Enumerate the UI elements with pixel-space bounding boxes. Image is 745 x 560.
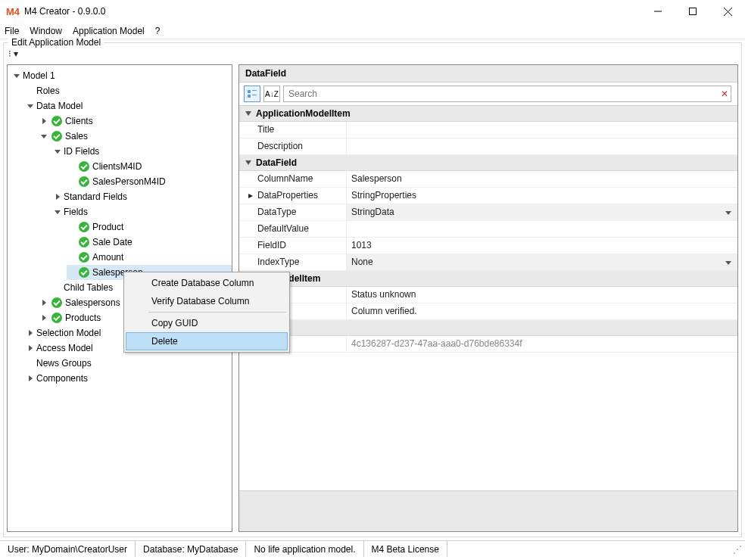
prop-row[interactable]: Title	[239, 122, 737, 138]
status-app-model: No life application model.	[246, 541, 363, 557]
tree-label: Roles	[36, 83, 60, 98]
check-icon	[51, 131, 62, 142]
prop-category[interactable]: ApplicationModelItem	[239, 106, 737, 122]
sub-toolbar[interactable]: ⁝ ▾	[7, 46, 738, 61]
tree-label: Standard Fields	[64, 189, 127, 204]
ctx-create-database-column[interactable]: Create Database Column	[126, 274, 288, 292]
tree-label: Clients	[65, 114, 93, 129]
edit-application-model-group: Edit Application Model ⁝ ▾ Model 1RolesD…	[3, 42, 742, 537]
check-icon	[79, 161, 89, 172]
tree-label: Model 1	[23, 68, 55, 83]
tree-label: Data Model	[36, 98, 83, 114]
property-panel: DataField A↓Z ✕ ApplicationModelItemTitl…	[238, 64, 738, 532]
prop-row[interactable]: IndexTypeNone	[239, 254, 737, 271]
resize-grip-icon[interactable]: ⋰	[733, 544, 745, 555]
svg-rect-1	[690, 8, 697, 15]
prop-value[interactable]: Column verified.	[347, 303, 737, 319]
tree-label: ClientsM4ID	[92, 159, 142, 174]
prop-category[interactable]: ect	[239, 320, 737, 336]
group-label: Edit Application Model	[8, 37, 104, 48]
menu-file[interactable]: File	[5, 26, 19, 36]
prop-row[interactable]: FieldID1013	[239, 238, 737, 254]
tree-label: Product	[92, 219, 123, 235]
prop-row[interactable]: 4c136287-d237-47aa-aaa0-d76bde86334f	[239, 336, 737, 353]
tree-node[interactable]: Roles	[26, 83, 232, 98]
tree-node[interactable]: Model 1	[12, 68, 232, 83]
tree-node[interactable]: Clients	[39, 114, 232, 129]
menu-help[interactable]: ?	[155, 26, 161, 36]
search-input[interactable]	[283, 86, 731, 102]
check-icon	[79, 252, 89, 263]
prop-value[interactable]: Salesperson	[347, 171, 737, 187]
categorized-button[interactable]	[244, 86, 260, 102]
alphabetical-button[interactable]: A↓Z	[263, 86, 280, 102]
title-bar: M4 M4 Creator - 0.9.0.0	[0, 0, 745, 23]
window-title: M4 Creator - 0.9.0.0	[24, 6, 105, 17]
svg-rect-4	[248, 90, 251, 93]
prop-row[interactable]: DataTypeStringData	[239, 204, 737, 221]
menu-application-model[interactable]: Application Model	[73, 26, 145, 36]
prop-value[interactable]: Status unknown	[347, 287, 737, 303]
menu-window[interactable]: Window	[30, 26, 62, 36]
tree-node[interactable]: Product	[67, 219, 232, 235]
tree-node[interactable]: Components	[26, 371, 232, 386]
ctx-delete[interactable]: Delete	[126, 332, 288, 350]
status-license: M4 Beta License	[364, 541, 447, 557]
window-controls	[641, 0, 745, 23]
status-user: User: MyDomain\CreatorUser	[0, 541, 136, 557]
property-description	[239, 490, 737, 531]
prop-value[interactable]	[347, 138, 737, 154]
tree-node[interactable]: Standard Fields	[53, 189, 232, 204]
check-icon	[51, 297, 62, 308]
property-grid[interactable]: ApplicationModelItemTitleDescriptionData…	[239, 106, 737, 490]
ctx-copy-guid[interactable]: Copy GUID	[126, 314, 288, 332]
tree-node[interactable]: SalesPersonM4ID	[67, 174, 232, 189]
prop-row[interactable]: ColumnNameSalesperson	[239, 171, 737, 188]
tree-node[interactable]: Sale Date	[67, 235, 232, 250]
ctx-verify-database-column[interactable]: Verify Database Column	[126, 292, 288, 310]
context-menu: Create Database Column Verify Database C…	[123, 272, 290, 353]
prop-value[interactable]: 1013	[347, 238, 737, 254]
prop-value[interactable]: 4c136287-d237-47aa-aaa0-d76bde86334f	[347, 336, 737, 352]
tree-node[interactable]: ID Fields	[53, 144, 232, 159]
prop-key: FieldID	[239, 238, 347, 254]
clear-search-icon[interactable]: ✕	[716, 86, 733, 102]
prop-value[interactable]: StringProperties	[347, 188, 737, 204]
prop-row[interactable]: sMainColumn verified.	[239, 303, 737, 320]
menu-bar: File Window Application Model ?	[0, 23, 745, 39]
app-logo: M4	[6, 6, 20, 17]
status-bar: User: MyDomain\CreatorUser Database: MyD…	[0, 540, 745, 557]
maximize-button[interactable]	[675, 0, 710, 23]
prop-key: Description	[239, 138, 347, 154]
tree-node[interactable]: Amount	[67, 250, 232, 265]
prop-key: DataType	[239, 204, 347, 220]
minimize-button[interactable]	[641, 0, 675, 23]
prop-value[interactable]: StringData	[347, 204, 737, 220]
check-icon	[79, 176, 89, 187]
tree-label: ID Fields	[64, 144, 99, 159]
tree-label: Fields	[64, 204, 88, 219]
prop-category[interactable]: DataModelItem	[239, 271, 737, 287]
tree-label: Sales	[65, 129, 88, 144]
tree-label: Sale Date	[92, 235, 132, 250]
tree-node[interactable]: Sales	[39, 129, 232, 144]
prop-row[interactable]: ▸DataPropertiesStringProperties	[239, 188, 737, 204]
prop-value[interactable]	[347, 221, 737, 237]
tree-label: Products	[65, 310, 101, 325]
tree-node[interactable]: Data Model	[26, 98, 232, 114]
prop-category[interactable]: DataField	[239, 155, 737, 171]
close-button[interactable]	[710, 0, 745, 23]
prop-key: Title	[239, 122, 347, 138]
check-icon	[79, 222, 89, 232]
tree-node[interactable]: ClientsM4ID	[67, 159, 232, 174]
svg-rect-7	[252, 95, 257, 95]
tree-node[interactable]: News Groups	[26, 356, 232, 371]
prop-row[interactable]: DefaultValue	[239, 221, 737, 238]
tree-label: Selection Model	[36, 325, 101, 341]
prop-value[interactable]: None	[347, 254, 737, 270]
prop-row[interactable]: Description	[239, 138, 737, 155]
tree-node[interactable]: Fields	[53, 204, 232, 219]
prop-value[interactable]	[347, 122, 737, 138]
prop-row[interactable]: sHistoryStatus unknown	[239, 287, 737, 303]
prop-key: ▸DataProperties	[239, 188, 347, 204]
